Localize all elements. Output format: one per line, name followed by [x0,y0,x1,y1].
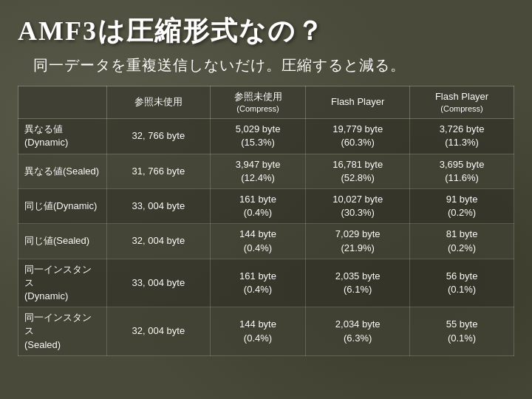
table-body: 異なる値(Dynamic)32, 766 byte5,029 byte(15.3… [18,119,514,356]
th-col3: Flash Player [306,86,410,119]
th-col2-sublabel: (Compress) [216,103,299,114]
table-cell-5-4: 55 byte(0.1%) [410,307,514,356]
th-col4-sublabel: (Compress) [416,103,508,114]
table-row: 異なる値(Dynamic)32, 766 byte5,029 byte(15.3… [18,119,514,154]
table-cell-5-3: 2,034 byte(6.3%) [306,307,410,356]
table-cell-2-4: 91 byte(0.2%) [410,188,514,223]
table-cell-3-4: 81 byte(0.2%) [410,224,514,259]
table-cell-4-2: 161 byte(0.4%) [210,259,305,307]
th-col4-label: Flash Player [416,91,508,103]
th-col4: Flash Player (Compress) [410,86,514,119]
table-row: 同一インスタンス(Sealed)32, 004 byte144 byte(0.4… [18,307,514,356]
th-col1-label: 参照未使用 [113,96,204,109]
table-cell-4-1: 33, 004 byte [107,259,211,307]
table-cell-1-3: 16,781 byte(52.8%) [306,154,410,188]
table-cell-5-1: 32, 004 byte [107,307,211,356]
table-cell-3-3: 7,029 byte(21.9%) [306,224,410,259]
table-cell-3-1: 32, 004 byte [107,224,211,259]
table-cell-2-0: 同じ値(Dynamic) [18,188,107,223]
table-cell-4-4: 56 byte(0.1%) [410,259,514,307]
table-cell-4-3: 2,035 byte(6.1%) [306,259,410,307]
th-col2: 参照未使用 (Compress) [210,86,305,119]
table-cell-1-4: 3,695 byte(11.6%) [410,154,514,188]
table-row: 同じ値(Dynamic)33, 004 byte161 byte(0.4%)10… [18,188,514,223]
table-row: 異なる値(Sealed)31, 766 byte3,947 byte(12.4%… [18,154,514,188]
table-cell-5-0: 同一インスタンス(Sealed) [18,307,107,356]
table-cell-3-0: 同じ値(Sealed) [18,224,107,259]
table-cell-0-2: 5,029 byte(15.3%) [210,119,305,154]
table-cell-4-0: 同一インスタンス(Dynamic) [18,259,107,307]
table-cell-5-2: 144 byte(0.4%) [210,307,305,356]
table-cell-3-2: 144 byte(0.4%) [210,224,305,259]
table-header-row: 参照未使用 参照未使用 (Compress) Flash Player Flas… [18,86,514,119]
page-title: AMF3は圧縮形式なの？ [18,13,514,50]
page-container: AMF3は圧縮形式なの？ 同一データを重複送信しないだけ。圧縮すると減る。 参照… [0,0,532,399]
table-cell-0-4: 3,726 byte(11.3%) [410,119,514,154]
data-table: 参照未使用 参照未使用 (Compress) Flash Player Flas… [18,86,514,356]
table-cell-2-3: 10,027 byte(30.3%) [306,188,410,223]
table-cell-1-2: 3,947 byte(12.4%) [210,154,305,188]
table-row: 同一インスタンス(Dynamic)33, 004 byte161 byte(0.… [18,259,514,307]
table-cell-1-1: 31, 766 byte [107,154,211,188]
th-col3-label: Flash Player [312,96,403,109]
th-col2-label: 参照未使用 [216,91,299,103]
table-cell-0-0: 異なる値(Dynamic) [18,119,107,154]
th-row-label [18,86,107,119]
table-cell-2-2: 161 byte(0.4%) [210,188,305,223]
table-cell-0-1: 32, 766 byte [107,119,211,154]
th-col1: 参照未使用 [107,86,211,119]
table-cell-2-1: 33, 004 byte [107,188,211,223]
table-row: 同じ値(Sealed)32, 004 byte144 byte(0.4%)7,0… [18,224,514,259]
page-subtitle: 同一データを重複送信しないだけ。圧縮すると減る。 [18,55,514,75]
table-cell-0-3: 19,779 byte(60.3%) [306,119,410,154]
table-cell-1-0: 異なる値(Sealed) [18,154,107,188]
